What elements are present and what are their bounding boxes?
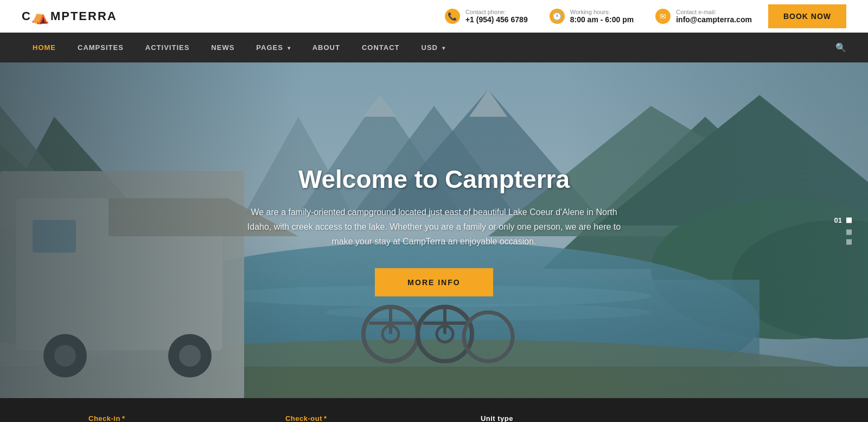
nav-link-activities[interactable]: ACTIVITIES <box>135 34 201 61</box>
slide-dot-group <box>846 230 852 245</box>
hours-value: 8:00 am - 6:00 pm <box>570 15 634 24</box>
checkin-required: * <box>122 414 125 422</box>
phone-icon: 📞 <box>445 9 460 24</box>
slide-dot-2[interactable] <box>846 230 852 235</box>
nav-link-home[interactable]: HOME <box>22 34 67 61</box>
nav-item-activities[interactable]: ACTIVITIES <box>135 34 201 61</box>
nav-item-usd[interactable]: USD ▾ <box>411 34 456 61</box>
phone-number: +1 (954) 456 6789 <box>465 15 528 24</box>
hours-label: Working hours: <box>570 9 634 15</box>
email-info: ✉ Contact e-mail: info@campterra.com <box>655 9 752 24</box>
nav-link-pages[interactable]: PAGES ▾ <box>245 34 301 61</box>
hero-title: Welcome to Campterra <box>244 165 624 194</box>
logo-icon: ⛺ <box>31 8 50 25</box>
nav-link-campsites[interactable]: CAMPSITES <box>67 34 135 61</box>
top-bar: C⛺MPTERRA 📞 Contact phone: +1 (954) 456 … <box>0 0 868 33</box>
nav-link-news[interactable]: NEWS <box>200 34 245 61</box>
search-icon[interactable]: 🔍 <box>835 42 846 53</box>
checkout-required: * <box>324 414 327 422</box>
logo-c: C <box>22 9 31 23</box>
pages-arrow-icon: ▾ <box>285 45 291 51</box>
nav-item-contact[interactable]: CONTACT <box>351 34 411 61</box>
email-text: Contact e-mail: info@campterra.com <box>676 9 752 24</box>
checkin-label: Check-in* <box>87 414 273 422</box>
nav-item-about[interactable]: ABOUT <box>302 34 351 61</box>
phone-label: Contact phone: <box>465 9 528 15</box>
logo-text: MPTERRA <box>50 9 117 23</box>
checkout-field: Check-out* 📅 <box>284 414 470 422</box>
book-now-button[interactable]: BOOK NOW <box>768 4 846 28</box>
hero-description: We are a family-oriented campground loca… <box>244 205 624 249</box>
nav-item-news[interactable]: NEWS <box>200 34 245 61</box>
slide-number: 01 <box>834 216 852 224</box>
nav-link-contact[interactable]: CONTACT <box>351 34 411 61</box>
booking-bar: Check-in* 📅 Check-out* 📅 Unit type — Ten… <box>0 398 868 422</box>
usd-arrow-icon: ▾ <box>440 45 445 51</box>
email-value: info@campterra.com <box>676 15 752 24</box>
slide-current-number: 01 <box>834 216 842 224</box>
more-info-button[interactable]: MORE INFO <box>375 268 493 296</box>
clock-icon: 🕐 <box>550 9 565 24</box>
nav-item-campsites[interactable]: CAMPSITES <box>67 34 135 61</box>
phone-text: Contact phone: +1 (954) 456 6789 <box>465 9 528 24</box>
hours-text: Working hours: 8:00 am - 6:00 pm <box>570 9 634 24</box>
phone-info: 📞 Contact phone: +1 (954) 456 6789 <box>445 9 528 24</box>
checkin-field: Check-in* 📅 <box>87 414 273 422</box>
checkout-label: Check-out* <box>284 414 470 422</box>
hero-section: Welcome to Campterra We are a family-ori… <box>0 62 868 398</box>
unit-type-field: Unit type — Tent RV Cabin ▾ <box>481 414 667 422</box>
nav-bar: HOME CAMPSITES ACTIVITIES NEWS PAGES ▾ A… <box>0 33 868 62</box>
hours-info: 🕐 Working hours: 8:00 am - 6:00 pm <box>550 9 634 24</box>
slide-indicators: 01 <box>834 216 852 245</box>
slide-dot-3[interactable] <box>846 240 852 245</box>
nav-links: HOME CAMPSITES ACTIVITIES NEWS PAGES ▾ A… <box>22 34 456 61</box>
nav-item-home[interactable]: HOME <box>22 34 67 61</box>
nav-link-usd[interactable]: USD ▾ <box>411 34 456 61</box>
unit-type-label: Unit type <box>481 414 667 422</box>
top-bar-info: 📞 Contact phone: +1 (954) 456 6789 🕐 Wor… <box>445 9 752 24</box>
email-label: Contact e-mail: <box>676 9 752 15</box>
nav-link-about[interactable]: ABOUT <box>302 34 351 61</box>
nav-item-pages[interactable]: PAGES ▾ <box>245 34 301 61</box>
email-icon: ✉ <box>655 9 671 24</box>
hero-content: Welcome to Campterra We are a family-ori… <box>244 165 624 297</box>
slide-dot-1[interactable] <box>846 217 852 223</box>
logo: C⛺MPTERRA <box>22 8 117 25</box>
